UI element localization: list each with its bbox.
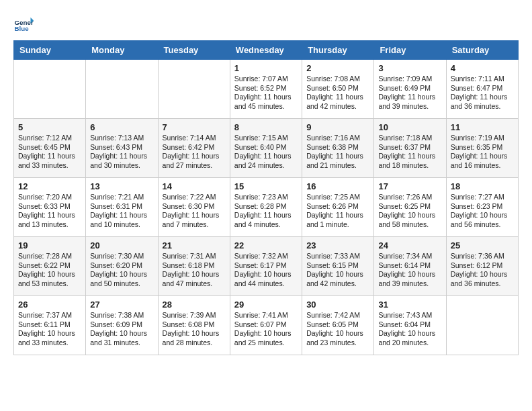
day-number: 9	[306, 122, 369, 132]
day-info: Daylight: 10 hours and 47 minutes.	[163, 270, 226, 288]
day-number: 19	[18, 240, 81, 250]
day-info: Sunset: 6:25 PM	[378, 202, 441, 212]
calendar-cell: 8Sunrise: 7:15 AMSunset: 6:40 PMDaylight…	[230, 119, 302, 178]
day-number: 20	[90, 240, 153, 250]
calendar-cell	[158, 60, 230, 119]
day-info: Sunrise: 7:08 AM	[306, 75, 369, 84]
calendar-cell: 5Sunrise: 7:12 AMSunset: 6:45 PMDaylight…	[14, 119, 86, 178]
day-number: 30	[306, 300, 369, 310]
day-info: Daylight: 10 hours and 23 minutes.	[306, 329, 369, 347]
day-info: Sunset: 6:28 PM	[234, 202, 298, 212]
calendar-cell	[86, 60, 158, 119]
day-info: Sunrise: 7:21 AM	[90, 193, 153, 202]
day-info: Sunrise: 7:37 AM	[18, 311, 81, 320]
day-number: 12	[18, 181, 81, 191]
day-info: Sunset: 6:47 PM	[451, 84, 514, 93]
day-number: 6	[90, 122, 153, 132]
day-info: Sunset: 6:52 PM	[234, 84, 298, 93]
day-info: Sunset: 6:35 PM	[451, 143, 514, 152]
day-info: Sunset: 6:37 PM	[378, 143, 441, 152]
calendar-cell: 24Sunrise: 7:34 AMSunset: 6:14 PMDayligh…	[374, 237, 446, 296]
calendar-week-row: 19Sunrise: 7:28 AMSunset: 6:22 PMDayligh…	[14, 237, 519, 296]
day-info: Sunset: 6:33 PM	[18, 202, 81, 212]
day-number: 3	[378, 63, 441, 73]
page-header: General Blue	[13, 13, 519, 34]
day-info: Daylight: 10 hours and 25 minutes.	[234, 329, 298, 347]
day-info: Daylight: 11 hours and 21 minutes.	[306, 152, 369, 170]
day-info: Daylight: 11 hours and 4 minutes.	[234, 211, 298, 229]
day-number: 24	[378, 240, 441, 250]
day-info: Sunset: 6:45 PM	[18, 143, 81, 152]
calendar-week-row: 12Sunrise: 7:20 AMSunset: 6:33 PMDayligh…	[14, 178, 519, 237]
day-info: Daylight: 11 hours and 39 minutes.	[378, 93, 441, 111]
day-number: 14	[163, 181, 226, 191]
day-info: Daylight: 11 hours and 33 minutes.	[18, 152, 81, 170]
svg-text:Blue: Blue	[15, 25, 30, 32]
day-info: Sunrise: 7:12 AM	[18, 134, 81, 143]
day-number: 29	[234, 300, 298, 310]
calendar-cell: 14Sunrise: 7:22 AMSunset: 6:30 PMDayligh…	[158, 178, 230, 237]
calendar-week-row: 5Sunrise: 7:12 AMSunset: 6:45 PMDaylight…	[14, 119, 519, 178]
calendar-cell: 20Sunrise: 7:30 AMSunset: 6:20 PMDayligh…	[86, 237, 158, 296]
calendar-cell: 11Sunrise: 7:19 AMSunset: 6:35 PMDayligh…	[446, 119, 518, 178]
day-info: Sunset: 6:18 PM	[163, 261, 226, 271]
day-info: Sunrise: 7:14 AM	[163, 134, 226, 143]
day-number: 22	[234, 240, 298, 250]
day-info: Daylight: 10 hours and 28 minutes.	[163, 329, 226, 347]
day-info: Sunrise: 7:09 AM	[378, 75, 441, 84]
day-info: Sunrise: 7:27 AM	[451, 193, 514, 202]
day-info: Sunrise: 7:33 AM	[306, 252, 369, 261]
calendar-cell: 6Sunrise: 7:13 AMSunset: 6:43 PMDaylight…	[86, 119, 158, 178]
calendar-cell: 29Sunrise: 7:41 AMSunset: 6:07 PMDayligh…	[230, 296, 302, 355]
day-info: Daylight: 11 hours and 7 minutes.	[163, 211, 226, 229]
calendar-cell: 4Sunrise: 7:11 AMSunset: 6:47 PMDaylight…	[446, 60, 518, 119]
day-info: Sunset: 6:11 PM	[18, 320, 81, 330]
calendar-cell: 1Sunrise: 7:07 AMSunset: 6:52 PMDaylight…	[230, 60, 302, 119]
calendar-cell: 17Sunrise: 7:26 AMSunset: 6:25 PMDayligh…	[374, 178, 446, 237]
day-info: Daylight: 10 hours and 56 minutes.	[451, 211, 514, 229]
calendar-cell: 22Sunrise: 7:32 AMSunset: 6:17 PMDayligh…	[230, 237, 302, 296]
day-info: Sunrise: 7:42 AM	[306, 311, 369, 320]
day-info: Sunset: 6:43 PM	[90, 143, 153, 152]
weekday-header: Friday	[374, 41, 446, 60]
calendar-cell: 18Sunrise: 7:27 AMSunset: 6:23 PMDayligh…	[446, 178, 518, 237]
day-info: Sunset: 6:04 PM	[378, 320, 441, 330]
day-info: Sunset: 6:15 PM	[306, 261, 369, 271]
calendar-week-row: 1Sunrise: 7:07 AMSunset: 6:52 PMDaylight…	[14, 60, 519, 119]
day-number: 15	[234, 181, 298, 191]
day-number: 31	[378, 300, 441, 310]
day-info: Sunrise: 7:32 AM	[234, 252, 298, 261]
day-info: Sunrise: 7:11 AM	[451, 75, 514, 84]
logo-icon: General Blue	[13, 13, 34, 34]
day-number: 26	[18, 300, 81, 310]
calendar-table: SundayMondayTuesdayWednesdayThursdayFrid…	[13, 40, 519, 355]
day-info: Daylight: 11 hours and 30 minutes.	[90, 152, 153, 170]
day-info: Sunrise: 7:25 AM	[306, 193, 369, 202]
day-info: Daylight: 11 hours and 16 minutes.	[451, 152, 514, 170]
day-info: Sunset: 6:12 PM	[451, 261, 514, 271]
day-number: 27	[90, 300, 153, 310]
calendar-cell: 31Sunrise: 7:43 AMSunset: 6:04 PMDayligh…	[374, 296, 446, 355]
weekday-header: Sunday	[14, 41, 86, 60]
day-info: Sunset: 6:50 PM	[306, 84, 369, 93]
day-info: Daylight: 10 hours and 44 minutes.	[234, 270, 298, 288]
day-info: Daylight: 10 hours and 31 minutes.	[90, 329, 153, 347]
day-info: Sunrise: 7:43 AM	[378, 311, 441, 320]
day-info: Sunset: 6:17 PM	[234, 261, 298, 271]
calendar-cell: 13Sunrise: 7:21 AMSunset: 6:31 PMDayligh…	[86, 178, 158, 237]
day-info: Sunset: 6:07 PM	[234, 320, 298, 330]
day-info: Sunset: 6:42 PM	[163, 143, 226, 152]
day-number: 18	[451, 181, 514, 191]
calendar-cell: 21Sunrise: 7:31 AMSunset: 6:18 PMDayligh…	[158, 237, 230, 296]
day-info: Sunset: 6:05 PM	[306, 320, 369, 330]
day-number: 16	[306, 181, 369, 191]
day-number: 7	[163, 122, 226, 132]
day-info: Daylight: 11 hours and 36 minutes.	[451, 93, 514, 111]
calendar-cell: 7Sunrise: 7:14 AMSunset: 6:42 PMDaylight…	[158, 119, 230, 178]
day-info: Sunset: 6:40 PM	[234, 143, 298, 152]
day-number: 5	[18, 122, 81, 132]
calendar-cell	[14, 60, 86, 119]
weekday-header: Saturday	[446, 41, 518, 60]
day-info: Daylight: 10 hours and 33 minutes.	[18, 329, 81, 347]
day-number: 23	[306, 240, 369, 250]
